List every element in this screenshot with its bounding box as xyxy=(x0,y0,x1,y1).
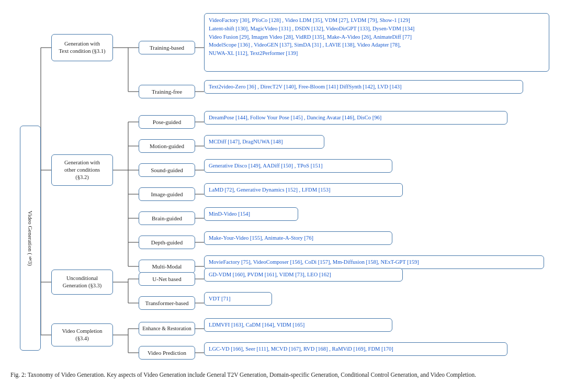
uncond-node: UnconditionalGeneration (§3.3) xyxy=(51,270,113,295)
sound-node: Sound-guided xyxy=(139,163,195,177)
figure-caption: Fig. 2: Taxonomy of Video Generation. Ke… xyxy=(10,371,555,379)
leaf-multimodal: MovieFactory [75], VideoComposer [156], … xyxy=(204,255,544,269)
leaf-training-based: VideoFactory [30], PYoCo [128] , Video L… xyxy=(204,13,549,72)
transformer-node: Transformer-based xyxy=(139,296,195,310)
brain-node: Brain-guided xyxy=(139,211,195,225)
unet-node: U-Net based xyxy=(139,272,195,286)
leaf-pose: DreamPose [144], Follow Your Pose [145] … xyxy=(204,111,507,125)
enhance-node: Enhance & Restoration xyxy=(139,322,195,335)
gen-text-node: Generation withText condition (§3.1) xyxy=(51,34,113,61)
leaf-image: LaMD [72], Generative Dynamics [152] , L… xyxy=(204,183,403,197)
training-free-node: Training-free xyxy=(139,85,195,98)
motion-node: Motion-guided xyxy=(139,139,195,153)
leaf-unet: GD-VDM [160], PVDM [161], VIDM [73], LEO… xyxy=(204,268,403,282)
leaf-depth: Make-Your-Video [155], Animate-A-Story [… xyxy=(204,231,392,245)
leaf-motion: MCDiff [147], DragNUWA [148] xyxy=(204,135,324,149)
depth-node: Depth-guided xyxy=(139,236,195,249)
leaf-vidpred: LGC-VD [166], Seer [111], MCVD [167], RV… xyxy=(204,342,507,356)
root-node: Video Generation (§3) xyxy=(20,126,41,351)
completion-node: Video Completion(§3.4) xyxy=(51,323,113,346)
leaf-enhance: LDMVFI [163], CaDM [164], VIDM [165] xyxy=(204,318,392,332)
gen-other-node: Generation withother conditions(§3.2) xyxy=(51,154,113,186)
image-node: Image-guided xyxy=(139,187,195,201)
multimodal-node: Multi-Modal xyxy=(139,260,195,273)
leaf-sound: Generative Disco [149], AADiff [150] , T… xyxy=(204,159,392,173)
pose-node: Pose-guided xyxy=(139,115,195,129)
vidpred-node: Video Prediction xyxy=(139,346,195,360)
leaf-brain: MinD-Video [154] xyxy=(204,207,298,221)
taxonomy-diagram: Video Generation (§3) Generation withTex… xyxy=(10,5,555,366)
leaf-transformer: VDT [71] xyxy=(204,292,272,306)
training-based-node: Training-based xyxy=(139,41,195,54)
leaf-training-free: Text2video-Zero [36] , DirecT2V [140], F… xyxy=(204,80,523,94)
